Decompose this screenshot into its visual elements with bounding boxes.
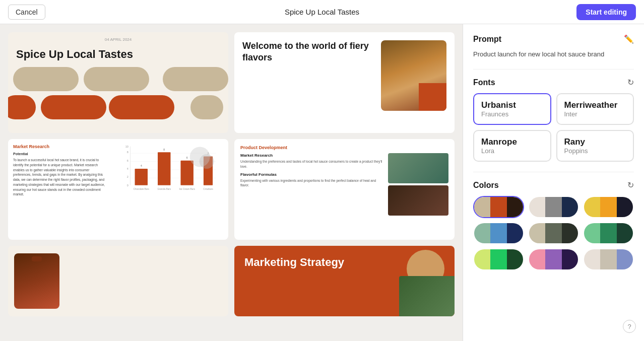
- slide-5-bottle: [14, 253, 59, 309]
- color-swatch-4[interactable]: [528, 222, 579, 244]
- start-editing-button[interactable]: Start editing: [576, 4, 636, 20]
- font-card-1[interactable]: Merriweather Inter: [556, 93, 634, 125]
- font-card-3[interactable]: Rany Poppins: [556, 130, 634, 162]
- swatch-8-seg-1: [600, 249, 616, 269]
- swatch-7-seg-0: [529, 249, 545, 269]
- slide-1-shapes: [8, 67, 228, 127]
- colors-section-title: Colors: [473, 181, 499, 190]
- shape-1: [13, 67, 79, 91]
- slide-2[interactable]: Welcome to the world of fiery flavors: [234, 32, 455, 133]
- svg-text:0: 0: [127, 184, 128, 187]
- color-swatch-0[interactable]: [473, 196, 524, 218]
- svg-text:Ice Cream Bars: Ice Cream Bars: [179, 188, 195, 190]
- prompt-text: Product launch for new local hot sauce b…: [473, 50, 634, 59]
- chart-svg: 0 2 4 6 8 10 4: [112, 144, 223, 194]
- slide-4-image-2: [388, 185, 448, 216]
- fonts-section: Fonts ↻ Urbanist Fraunces Merriweather I…: [473, 78, 634, 162]
- font-card-0[interactable]: Urbanist Fraunces: [473, 93, 551, 125]
- colors-section: Colors ↻: [473, 180, 634, 270]
- prompt-section-header: Prompt ✏️: [473, 34, 634, 44]
- swatch-7-seg-2: [562, 249, 578, 269]
- color-swatch-7[interactable]: [528, 248, 579, 270]
- slide-2-inner: Welcome to the world of fiery flavors: [234, 32, 455, 133]
- font-card-2-primary: Manrope: [481, 137, 543, 147]
- color-swatch-6[interactable]: [473, 248, 524, 270]
- slide-1[interactable]: 04 APRIL 2024 Spice Up Local Tastes: [8, 32, 228, 133]
- colors-section-header: Colors ↻: [473, 180, 634, 190]
- svg-text:8: 8: [127, 151, 128, 154]
- svg-text:6: 6: [186, 156, 188, 159]
- slide-1-date: 04 APRIL 2024: [8, 32, 228, 44]
- swatch-0-seg-0: [474, 197, 490, 217]
- svg-text:Crowbars: Crowbars: [203, 188, 213, 190]
- svg-text:4: 4: [127, 167, 128, 170]
- swatch-4-seg-0: [529, 223, 545, 243]
- slide-5-inner: [8, 246, 228, 316]
- svg-text:Chocolate Bars: Chocolate Bars: [134, 188, 150, 190]
- color-swatch-5[interactable]: [583, 222, 634, 244]
- slide-4-inner: Product Development Market Research Unde…: [234, 139, 455, 222]
- help-icon[interactable]: ?: [623, 320, 636, 333]
- prompt-section: Prompt ✏️ Product launch for new local h…: [473, 34, 634, 59]
- font-card-0-primary: Urbanist: [481, 100, 543, 110]
- shape-5: [41, 95, 106, 119]
- svg-text:10: 10: [125, 145, 128, 148]
- swatch-5-seg-2: [617, 223, 633, 243]
- sidebar: Prompt ✏️ Product launch for new local h…: [463, 24, 644, 341]
- shape-2: [84, 67, 149, 91]
- color-swatch-3[interactable]: [473, 222, 524, 244]
- slide-5[interactable]: [8, 246, 228, 316]
- swatch-0-seg-1: [490, 197, 506, 217]
- slide-4-section1-title: Market Research: [240, 153, 384, 158]
- slide-6-image: [399, 276, 455, 316]
- swatch-7-seg-1: [545, 249, 561, 269]
- swatch-4-seg-2: [562, 223, 578, 243]
- font-card-1-secondary: Inter: [564, 110, 626, 118]
- svg-text:Granola Bars: Granola Bars: [157, 188, 171, 190]
- swatch-1-seg-1: [545, 197, 561, 217]
- slide-1-title: Spice Up Local Tastes: [8, 44, 228, 67]
- swatch-8-seg-0: [584, 249, 600, 269]
- swatch-2-seg-0: [584, 197, 600, 217]
- font-card-3-secondary: Poppins: [564, 147, 626, 155]
- slide-2-text: Welcome to the world of fiery flavors: [242, 40, 376, 125]
- colors-refresh-icon[interactable]: ↻: [627, 180, 634, 190]
- slide-2-heading: Welcome to the world of fiery flavors: [242, 40, 376, 64]
- slide-4-content: Market Research Understanding the prefer…: [240, 153, 448, 216]
- svg-rect-11: [135, 169, 148, 185]
- color-swatch-2[interactable]: [583, 196, 634, 218]
- color-swatch-1[interactable]: [528, 196, 579, 218]
- font-card-0-secondary: Fraunces: [481, 110, 543, 118]
- fonts-section-header: Fonts ↻: [473, 78, 634, 87]
- fonts-divider: [473, 172, 634, 172]
- fonts-refresh-icon[interactable]: ↻: [627, 78, 634, 87]
- color-grid: [473, 196, 634, 270]
- font-card-2[interactable]: Manrope Lora: [473, 130, 551, 162]
- swatch-6-seg-1: [490, 249, 506, 269]
- shape-4: [8, 95, 36, 119]
- slide-4-text: Market Research Understanding the prefer…: [240, 153, 384, 216]
- swatch-0-seg-2: [507, 197, 523, 217]
- swatch-3-seg-2: [507, 223, 523, 243]
- swatch-2-seg-1: [600, 197, 616, 217]
- slide-4-tag: Product Development: [240, 145, 448, 150]
- slide-3-potential-label: Potential: [13, 152, 108, 156]
- slide-4-image-1: [388, 153, 448, 183]
- slide-6-inner: Marketing Strategy: [234, 246, 455, 316]
- swatch-1-seg-2: [562, 197, 578, 217]
- header: Cancel Spice Up Local Tastes Start editi…: [0, 0, 644, 24]
- slide-2-circle: [419, 83, 446, 111]
- slide-3[interactable]: Market Research Potential To launch a su…: [8, 139, 228, 240]
- slide-3-tag: Market Research: [13, 144, 108, 149]
- slide-4[interactable]: Product Development Market Research Unde…: [234, 139, 455, 240]
- slide-6[interactable]: Marketing Strategy: [234, 246, 455, 316]
- edit-icon[interactable]: ✏️: [624, 34, 634, 44]
- slide-4-section1-text: Understanding the preferences and tastes…: [240, 159, 384, 169]
- svg-point-24: [200, 154, 214, 169]
- cancel-button[interactable]: Cancel: [8, 5, 45, 20]
- slide-4-section2-title: Flavorful Formulas: [240, 172, 384, 177]
- color-swatch-8[interactable]: [583, 248, 634, 270]
- swatch-5-seg-0: [584, 223, 600, 243]
- swatch-3-seg-0: [474, 223, 490, 243]
- shape-3: [163, 67, 228, 91]
